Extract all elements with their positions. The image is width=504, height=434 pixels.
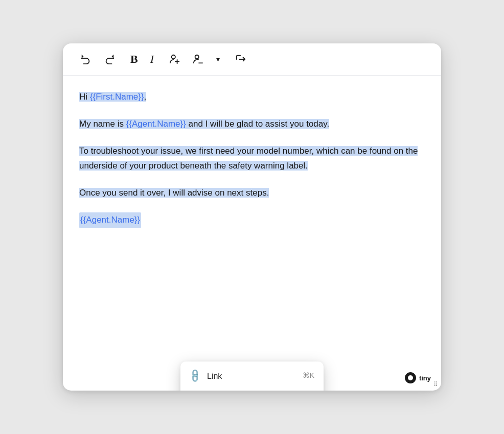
redo-button[interactable] (101, 52, 118, 67)
line2-text: My name is {{Agent.Name}} and I will be … (79, 119, 329, 129)
bold-button[interactable]: B (127, 52, 141, 67)
tiny-label: tiny (419, 374, 431, 382)
link-icon: 🔗 (186, 367, 204, 385)
paragraph-4: Once you send it over, I will advise on … (79, 186, 425, 201)
context-menu-link-label: Link (207, 369, 222, 383)
editor-content[interactable]: Hi {{First.Name}}, My name is {{Agent.Na… (63, 76, 441, 341)
dropdown-button[interactable]: ▾ (213, 54, 223, 65)
toolbar-history-group (77, 52, 118, 67)
toolbar-insert-group: ▾ (166, 52, 223, 67)
line2-prefix: My name is (79, 119, 126, 129)
toolbar: B I ▾ (63, 43, 441, 76)
svg-point-0 (172, 55, 175, 59)
line3-text: To troubleshoot your issue, we first nee… (79, 146, 418, 171)
paragraph-3: To troubleshoot your issue, we first nee… (79, 144, 425, 174)
toolbar-exit-group (232, 52, 249, 67)
editor-container: B I ▾ (63, 43, 441, 391)
resize-handle[interactable]: ⠿ (433, 381, 438, 388)
line1-text: Hi {{First.Name}}, (79, 92, 146, 102)
undo-button[interactable] (77, 52, 95, 67)
tiny-branding: tiny (405, 372, 431, 383)
link-shortcut: ⌘K (303, 370, 314, 382)
line2-suffix: and I will be glad to assist you today. (186, 119, 329, 129)
line5-variable: {{Agent.Name}} (80, 215, 140, 225)
context-menu: 🔗 Link ⌘K Save as template (180, 361, 324, 391)
exit-button[interactable] (232, 52, 249, 67)
insert-contact-button[interactable] (166, 52, 184, 67)
line1-prefix: Hi (79, 92, 90, 102)
paragraph-2: My name is {{Agent.Name}} and I will be … (79, 117, 425, 132)
template-button[interactable] (190, 52, 207, 67)
svg-point-3 (195, 55, 199, 59)
line4-text: Once you send it over, I will advise on … (79, 188, 269, 198)
line5-chip: {{Agent.Name}} (79, 212, 141, 228)
paragraph-1: Hi {{First.Name}}, (79, 90, 425, 105)
context-menu-link-item[interactable]: 🔗 Link ⌘K (180, 361, 324, 391)
tiny-logo (405, 372, 416, 383)
toolbar-format-group: B I (127, 52, 157, 67)
line1-suffix: , (144, 92, 147, 102)
tiny-logo-inner (408, 375, 413, 380)
line2-variable: {{Agent.Name}} (126, 119, 186, 129)
paragraph-5: {{Agent.Name}} (79, 212, 425, 228)
line1-variable: {{First.Name}} (90, 92, 144, 102)
italic-button[interactable]: I (147, 52, 157, 67)
